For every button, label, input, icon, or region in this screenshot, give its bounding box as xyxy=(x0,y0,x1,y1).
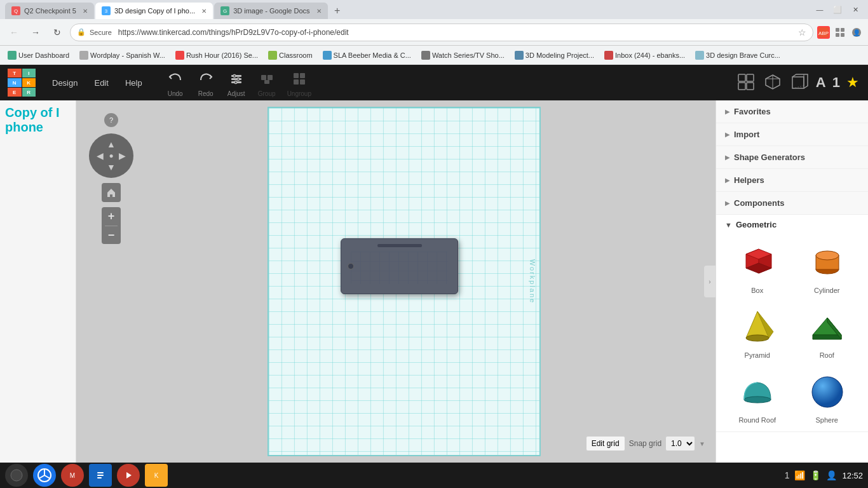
forward-button[interactable]: → xyxy=(27,24,44,41)
adblock-icon[interactable]: ABP xyxy=(817,26,830,39)
new-tab-button[interactable]: + xyxy=(329,3,346,19)
taskbar-keep[interactable]: K xyxy=(145,464,168,487)
nav-controls: ? ▲ ◀ ● ▶ ▼ xyxy=(89,113,133,244)
panel-collapse-button[interactable]: › xyxy=(704,266,715,297)
home-view-button[interactable] xyxy=(102,183,121,202)
geometric-arrow-icon: ▼ xyxy=(725,221,732,229)
bookmark-sla[interactable]: SLA Beeber Media & C... xyxy=(320,50,414,61)
tab-close-1[interactable]: ✕ xyxy=(83,8,88,15)
tab-q2-checkpoint[interactable]: Q Q2 Checkpoint 5 ✕ xyxy=(5,3,94,19)
right-arrow-icon: ▶ xyxy=(119,151,126,161)
redo-button[interactable]: Redo xyxy=(196,69,216,97)
edit-menu[interactable]: Edit xyxy=(86,74,116,92)
favorites-section: ▶ Favorites xyxy=(716,100,868,123)
import-title: Import xyxy=(734,130,759,139)
center-dot-icon: ● xyxy=(109,151,113,160)
taskbar-youtube[interactable] xyxy=(117,464,140,487)
cube-view-button[interactable] xyxy=(789,72,810,94)
shape-pyramid[interactable]: Pyramid xyxy=(725,302,790,362)
back-button[interactable]: ← xyxy=(5,24,23,41)
phone-model[interactable] xyxy=(341,238,458,295)
box-shape-image xyxy=(735,240,780,284)
adjust-button[interactable]: Adjust xyxy=(226,69,247,97)
minimize-button[interactable]: — xyxy=(812,3,827,16)
apps-icon[interactable] xyxy=(834,26,846,39)
bookmark-rush-hour[interactable]: Rush Hour (2016) Se... xyxy=(173,50,261,61)
tab-favicon-3: G xyxy=(220,6,229,15)
shape-sphere[interactable]: Sphere xyxy=(795,367,860,426)
browser-frame: Q Q2 Checkpoint 5 ✕ 3 3D design Copy of … xyxy=(0,0,868,488)
shape-box[interactable]: Box xyxy=(725,237,790,297)
import-header[interactable]: ▶ Import xyxy=(716,123,868,146)
svg-rect-39 xyxy=(747,83,754,90)
text-tool-button[interactable]: A xyxy=(816,76,826,90)
user-profile-icon[interactable]: 👤 xyxy=(850,26,863,39)
user-account-icon: 👤 xyxy=(826,470,837,480)
snap-grid-select[interactable]: 1.0 0.5 2.0 xyxy=(665,436,695,451)
favorites-header[interactable]: ▶ Favorites xyxy=(716,100,868,123)
grid-view-button[interactable] xyxy=(736,72,756,94)
favorites-title: Favorites xyxy=(734,107,771,116)
shape-round-roof[interactable]: Round Roof xyxy=(725,367,790,426)
bookmark-star-icon[interactable]: ☆ xyxy=(798,27,806,37)
tinkercad-logo[interactable]: T I N K E R xyxy=(8,69,36,97)
ungroup-icon xyxy=(289,69,309,89)
components-header[interactable]: ▶ Components xyxy=(716,192,868,214)
bookmark-inbox[interactable]: Inbox (244) - ebanks... xyxy=(602,50,688,61)
edit-grid-button[interactable]: Edit grid xyxy=(586,436,625,451)
logo-e: E xyxy=(8,88,22,97)
bookmark-user-dashboard[interactable]: User Dashboard xyxy=(5,50,72,61)
nav-arrows: ▲ ◀ ● ▶ ▼ xyxy=(97,139,125,172)
svg-rect-34 xyxy=(294,79,299,85)
3d-view-button[interactable] xyxy=(763,72,783,94)
workspace: Copy of I phone Workplane xyxy=(0,100,868,463)
bookmark-watch-series[interactable]: Watch Series/TV Sho... xyxy=(419,50,507,61)
pan-control[interactable]: ▲ ◀ ● ▶ ▼ xyxy=(89,133,133,178)
helpers-header[interactable]: ▶ Helpers xyxy=(716,169,868,191)
zoom-out-button[interactable]: − xyxy=(108,229,115,241)
shape-generators-header[interactable]: ▶ Shape Generators xyxy=(716,146,868,168)
left-arrow-icon: ◀ xyxy=(97,151,104,161)
reload-button[interactable]: ↻ xyxy=(48,24,66,41)
bookmark-3d-brave[interactable]: 3D design Brave Curc... xyxy=(693,50,783,61)
help-menu[interactable]: Help xyxy=(118,74,150,92)
taskbar-launcher[interactable] xyxy=(5,464,28,487)
svg-rect-43 xyxy=(792,77,804,88)
undo-button[interactable]: Undo xyxy=(165,69,186,97)
phone-body xyxy=(341,238,458,294)
bookmark-classroom[interactable]: Classroom xyxy=(266,50,315,61)
favorites-star-button[interactable]: ★ xyxy=(846,76,859,90)
components-section: ▶ Components xyxy=(716,192,868,215)
bookmark-3d-modeling[interactable]: 3D Modeling Project... xyxy=(512,50,597,61)
tab-close-2[interactable]: ✕ xyxy=(201,8,207,15)
svg-rect-8 xyxy=(836,28,839,32)
svg-rect-10 xyxy=(836,33,839,37)
ungroup-button[interactable]: Ungroup xyxy=(287,69,311,97)
address-field[interactable]: 🔒 Secure https://www.tinkercad.com/thing… xyxy=(70,24,813,41)
app-content: T I N K E R Design Edit Help Undo xyxy=(0,65,868,463)
taskbar-gmail[interactable]: M xyxy=(61,464,84,487)
help-button[interactable]: ? xyxy=(104,113,118,127)
tab-google-docs[interactable]: G 3D image - Google Docs ✕ xyxy=(214,3,327,19)
number-tool-button[interactable]: 1 xyxy=(832,76,840,90)
group-button[interactable]: Group xyxy=(257,69,277,97)
zoom-in-button[interactable]: + xyxy=(108,210,115,222)
snap-dropdown-arrow: ▼ xyxy=(699,440,705,447)
close-button[interactable]: ✕ xyxy=(848,3,863,16)
redo-icon xyxy=(196,69,216,89)
maximize-button[interactable]: ⬜ xyxy=(830,3,845,16)
zoom-divider xyxy=(105,226,118,226)
logo-t: T xyxy=(8,69,22,78)
svg-rect-18 xyxy=(323,51,332,60)
shape-cylinder[interactable]: Cylinder xyxy=(795,237,860,297)
taskbar-docs[interactable] xyxy=(89,464,112,487)
taskbar-chrome[interactable] xyxy=(33,464,56,487)
tab-tinkercad[interactable]: 3 3D design Copy of I pho... ✕ xyxy=(95,3,213,19)
geometric-header[interactable]: ▼ Geometric xyxy=(716,215,868,232)
design-menu[interactable]: Design xyxy=(44,74,85,92)
bookmark-wordplay[interactable]: Wordplay - Spanish W... xyxy=(77,50,168,61)
viewport[interactable]: Workplane xyxy=(76,100,715,463)
tab-close-3[interactable]: ✕ xyxy=(316,8,322,15)
shape-roof[interactable]: Roof xyxy=(795,302,860,362)
wifi-icon: 📶 xyxy=(794,470,805,480)
